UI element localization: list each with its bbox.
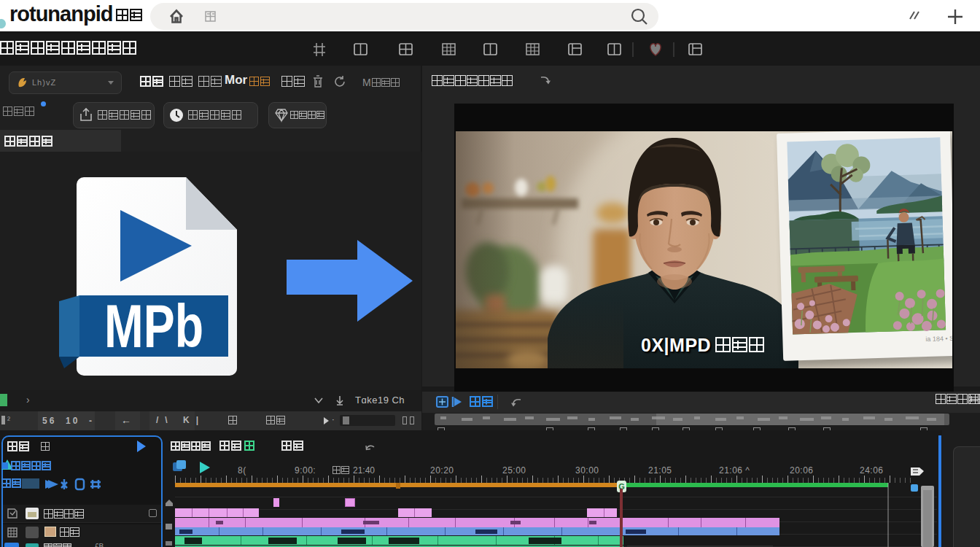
svg-text:іа 184 • Ѕ: іа 184 • Ѕ: [925, 335, 954, 343]
svg-text:MPb: MPb: [104, 292, 203, 360]
